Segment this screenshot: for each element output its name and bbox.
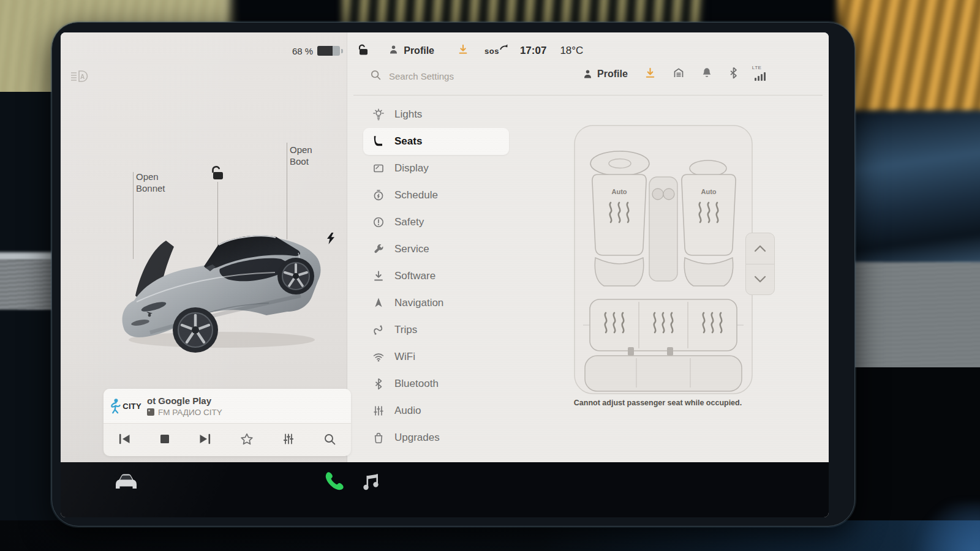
open-bonnet-button[interactable]: Open Bonnet xyxy=(136,171,180,194)
media-search-button[interactable] xyxy=(323,433,336,448)
tesla-touchscreen: 68 % Profile sos 17:07 18°C Search Setti xyxy=(61,32,829,517)
menu-label: Safety xyxy=(394,216,424,228)
svg-text:Auto: Auto xyxy=(611,188,627,195)
clock: 17:07 xyxy=(520,45,546,57)
network-type-label: LTE xyxy=(752,65,762,70)
media-player: CITY ot Google Play FM РАДИО CITY xyxy=(104,389,351,456)
menu-item-schedule[interactable]: Schedule xyxy=(363,182,509,209)
stop-button[interactable] xyxy=(160,434,170,446)
media-now-playing: CITY ot Google Play FM РАДИО CITY xyxy=(104,389,351,423)
cellular-signal-icon: LTE xyxy=(755,67,766,81)
media-controls xyxy=(104,423,351,456)
passenger-seat[interactable]: Auto xyxy=(682,160,736,286)
media-subtitle: FM РАДИО CITY xyxy=(158,408,222,417)
search-icon xyxy=(370,69,382,83)
menu-label: Navigation xyxy=(394,297,443,309)
upgrades-bag-icon xyxy=(372,432,385,444)
window-reflection-right xyxy=(838,0,980,135)
battery-cap xyxy=(341,49,343,53)
music-app-button[interactable] xyxy=(361,471,382,492)
menu-item-software[interactable]: Software xyxy=(363,263,509,290)
unlock-icon[interactable] xyxy=(358,44,369,58)
settings-search[interactable]: Search Settings xyxy=(370,69,454,83)
radio-source-icon xyxy=(147,408,154,416)
display-icon xyxy=(372,162,385,174)
menu-item-wifi[interactable]: WiFi xyxy=(363,343,509,370)
trips-route-icon xyxy=(372,324,385,336)
dashboard-shadow-right xyxy=(839,367,980,551)
settings-profile-label: Profile xyxy=(597,69,628,80)
menu-label: Audio xyxy=(394,405,421,417)
tesla-touchscreen-bezel: 68 % Profile sos 17:07 18°C Search Setti xyxy=(51,22,855,527)
auto-headlight-indicator-icon: A xyxy=(70,69,89,86)
seat-icon xyxy=(372,135,385,148)
outside-temperature: 18°C xyxy=(560,45,583,57)
driver-seat[interactable]: Auto xyxy=(592,174,646,286)
search-placeholder: Search Settings xyxy=(389,71,454,81)
menu-item-service[interactable]: Service xyxy=(363,236,509,263)
garage-homelink-icon[interactable] xyxy=(673,67,685,81)
menu-label: Service xyxy=(394,243,429,255)
phone-app-button[interactable] xyxy=(323,471,345,493)
open-boot-button[interactable]: Open Boot xyxy=(290,144,326,167)
menu-item-seats[interactable]: Seats xyxy=(363,128,509,155)
settings-profile-button[interactable]: Profile xyxy=(582,69,628,80)
settings-menu: Lights Seats Display Schedule Safety Ser… xyxy=(363,101,509,451)
rear-seats[interactable] xyxy=(585,299,742,391)
dashboard-right xyxy=(839,110,980,269)
profile-label[interactable]: Profile xyxy=(404,45,434,56)
status-bar: 68 % Profile sos 17:07 18°C xyxy=(292,42,583,59)
scroll-down-button[interactable] xyxy=(746,264,774,295)
menu-item-display[interactable]: Display xyxy=(363,155,509,182)
battery-percent[interactable]: 68 % xyxy=(292,46,313,56)
audio-sliders-icon xyxy=(372,405,385,417)
menu-item-audio[interactable]: Audio xyxy=(363,397,509,424)
previous-track-button[interactable] xyxy=(118,433,131,447)
audio-settings-button[interactable] xyxy=(282,433,295,448)
download-icon[interactable] xyxy=(458,44,469,58)
settings-header-icons: Profile LTE xyxy=(582,67,766,81)
bluetooth-status-icon[interactable] xyxy=(729,67,738,81)
menu-label: Bluetooth xyxy=(394,378,439,390)
seat-scroll-control xyxy=(745,233,775,295)
menu-item-bluetooth[interactable]: Bluetooth xyxy=(363,370,509,397)
menu-item-navigation[interactable]: Navigation xyxy=(363,290,509,317)
safety-icon xyxy=(372,216,385,228)
lights-icon xyxy=(372,108,385,121)
radio-brand-label: CITY xyxy=(123,402,141,411)
media-title: ot Google Play xyxy=(147,395,345,406)
car-unlock-button[interactable] xyxy=(210,165,226,183)
battery-icon xyxy=(317,46,340,56)
menu-item-trips[interactable]: Trips xyxy=(363,317,509,343)
software-download-icon xyxy=(372,270,385,282)
menu-item-lights[interactable]: Lights xyxy=(363,101,509,128)
navigation-arrow-icon xyxy=(372,297,385,309)
software-download-icon[interactable] xyxy=(644,67,656,81)
svg-text:A: A xyxy=(80,73,85,80)
menu-label: Display xyxy=(394,162,429,174)
service-wrench-icon xyxy=(372,243,385,255)
seat-map[interactable]: Auto Auto xyxy=(571,123,756,400)
launcher-bar: ‹ 24.0 › ••• i ‹ 24.0 › ‹ xyxy=(61,462,829,517)
next-track-button[interactable] xyxy=(198,433,211,447)
menu-label: Lights xyxy=(394,108,422,121)
menu-label: Schedule xyxy=(394,189,438,201)
charge-port-button[interactable] xyxy=(326,233,335,247)
schedule-icon xyxy=(372,189,385,201)
menu-label: WiFi xyxy=(394,351,415,363)
menu-item-upgrades[interactable]: Upgrades xyxy=(363,424,509,451)
notifications-bell-icon[interactable] xyxy=(701,67,712,81)
car-controls-button[interactable] xyxy=(112,472,140,492)
wood-trim-right xyxy=(839,262,980,378)
wifi-icon xyxy=(372,351,385,363)
radio-city-logo: CITY xyxy=(110,397,141,415)
photo-of-tesla-screen: { "status_bar": { "battery_percent": "68… xyxy=(0,0,980,551)
favorite-star-button[interactable] xyxy=(240,433,254,448)
profile-icon xyxy=(582,69,593,80)
scroll-up-button[interactable] xyxy=(746,233,774,264)
bluetooth-icon xyxy=(372,378,385,390)
profile-icon xyxy=(388,44,399,58)
sos-label[interactable]: sos xyxy=(484,47,499,56)
seat-warning-text: Cannot adjust passenger seat while occup… xyxy=(535,399,780,407)
menu-item-safety[interactable]: Safety xyxy=(363,209,509,236)
